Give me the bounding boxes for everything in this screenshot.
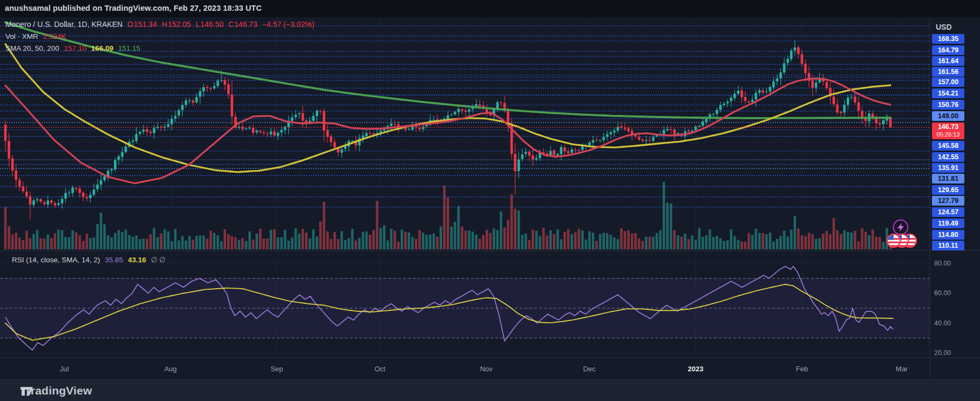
volume-bar	[595, 241, 598, 249]
volume-bar	[518, 210, 520, 249]
rsi-label[interactable]: RSI (14, close, SMA, 14, 2)	[12, 256, 100, 264]
tradingview-brand-text: TradingView	[24, 384, 92, 397]
volume-bar	[762, 233, 765, 249]
volume-bar	[103, 225, 106, 249]
volume-bar	[36, 230, 39, 249]
volume-bar	[259, 229, 262, 250]
rsi-axis-tick: 20.00	[934, 349, 951, 357]
volume-bar	[680, 237, 683, 249]
volume-bar	[875, 237, 878, 249]
volume-bar	[71, 230, 74, 249]
volume-bar	[677, 235, 679, 249]
price-level-badge: 161.56	[932, 67, 964, 77]
volume-bar	[868, 235, 870, 249]
volume-bar	[461, 227, 464, 249]
chart-canvas[interactable]	[0, 17, 980, 379]
time-axis-label: Aug	[164, 365, 176, 373]
close-value: 146.73	[234, 20, 257, 29]
time-axis-label: Jul	[60, 365, 69, 373]
volume-bar	[404, 232, 407, 250]
bar-countdown-timer: 05:26:13	[932, 131, 964, 138]
volume-bar	[758, 233, 761, 249]
volume-bar	[341, 231, 343, 249]
volume-bar	[418, 230, 421, 249]
volume-bar	[719, 238, 722, 249]
volume-bar	[737, 240, 740, 249]
last-price-value: 146.73	[932, 123, 964, 131]
chart-area[interactable]: Monero / U.S. Dollar, 1D, KRAKEN O151.34…	[0, 17, 980, 379]
volume-bar	[811, 234, 814, 249]
volume-bar	[280, 237, 283, 249]
volume-bar	[372, 230, 375, 249]
volume-bar	[11, 234, 14, 249]
volume-bar	[206, 239, 209, 249]
sma-legend-row: SMA 20, 50, 200 157.10 166.09 151.15	[5, 44, 143, 52]
volume-bar	[560, 239, 563, 249]
volume-bar	[779, 236, 782, 249]
volume-bar	[400, 229, 403, 249]
volume-bar	[337, 239, 339, 249]
volume-bar	[305, 233, 308, 249]
open-label: O	[127, 20, 133, 29]
volume-bar	[772, 242, 775, 250]
rsi-ma-value: 43.16	[128, 256, 146, 264]
volume-bar	[241, 238, 244, 249]
sma20-line	[5, 78, 890, 183]
volume-bar	[822, 234, 825, 249]
volume-bar	[358, 238, 361, 249]
symbol-legend-row: Monero / U.S. Dollar, 1D, KRAKEN O151.34…	[5, 20, 317, 29]
volume-bar	[882, 242, 885, 249]
volume-bar	[840, 234, 842, 249]
volume-bar	[854, 231, 856, 249]
volume-bar	[797, 228, 800, 249]
volume-bar	[826, 231, 828, 249]
volume-bar	[698, 228, 701, 249]
volume-bar	[114, 233, 117, 249]
main-pane[interactable]	[0, 22, 930, 249]
symbol-title[interactable]: Monero / U.S. Dollar, 1D, KRAKEN	[5, 20, 122, 29]
volume-bar	[521, 235, 524, 249]
volume-bar	[245, 241, 248, 250]
rsi-axis-tick: 40.00	[934, 320, 951, 327]
volume-bar	[291, 237, 294, 249]
volume-bar	[209, 230, 212, 249]
volume-bar	[181, 236, 184, 249]
tradingview-brand-link[interactable]: TradingView	[19, 384, 92, 397]
volume-bar	[284, 230, 287, 249]
rsi-value: 35.85	[105, 256, 123, 264]
volume-bar	[309, 239, 311, 249]
volume-bar	[744, 242, 747, 249]
price-level-badge: 131.81	[932, 174, 964, 183]
volume-bar	[139, 239, 141, 249]
volume-bar	[425, 235, 428, 249]
volume-bar	[599, 234, 602, 250]
volume-bar	[185, 241, 187, 249]
volume-bar	[507, 220, 509, 249]
volume-bar	[503, 227, 506, 249]
volume-bar	[716, 236, 718, 249]
volume-label[interactable]: Vol · XMR	[5, 32, 38, 40]
volume-bar	[454, 222, 457, 249]
volume-bar	[178, 240, 180, 249]
sma-label[interactable]: SMA 20, 50, 200	[5, 44, 59, 52]
time-axis[interactable]: JulAugSepOctNovDec2023FebMar	[0, 358, 980, 379]
volume-bar	[192, 240, 194, 249]
time-axis-label: Dec	[583, 365, 595, 373]
high-label: H	[162, 20, 167, 29]
rsi-pane[interactable]	[0, 263, 930, 353]
volume-bar	[433, 233, 435, 249]
volume-bar	[93, 237, 96, 249]
ideas-lightning-icon[interactable]	[894, 220, 908, 235]
volume-bar	[652, 236, 655, 249]
volume-bar	[32, 234, 35, 249]
volume-bar	[865, 232, 867, 249]
volume-bar	[61, 230, 64, 249]
volume-bar	[75, 233, 78, 249]
volume-bar	[783, 231, 786, 250]
volume-bar	[344, 240, 347, 249]
economic-event-flag-icon[interactable]	[887, 234, 900, 247]
volume-bar	[482, 235, 485, 249]
price-level-badge: 129.65	[932, 185, 964, 195]
rsi-legend-row: RSI (14, close, SMA, 14, 2) 35.85 43.16 …	[12, 255, 168, 264]
volume-bar	[666, 203, 669, 249]
